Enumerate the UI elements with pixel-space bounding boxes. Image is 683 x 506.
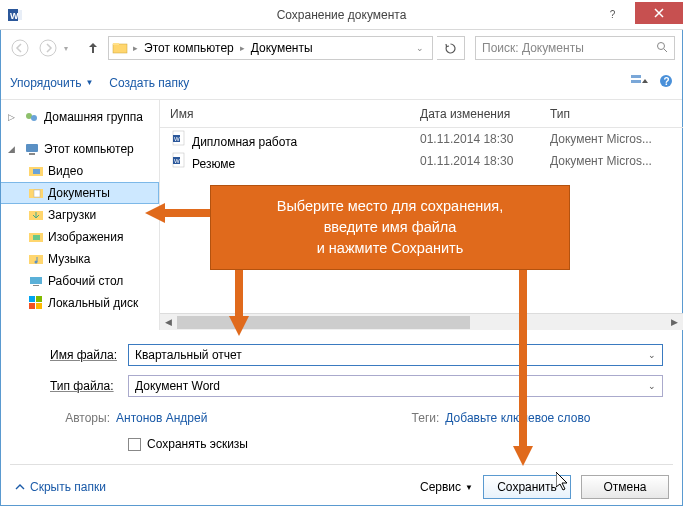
crumb-this-pc[interactable]: Этот компьютер [142, 41, 236, 55]
video-folder-icon [28, 163, 44, 179]
authors-value[interactable]: Антонов Андрей [116, 411, 207, 425]
authors-label: Авторы: [50, 411, 110, 425]
svg-point-3 [12, 40, 28, 56]
nav-bar: ▾ ▸ Этот компьютер ▸ Документы ⌄ Поиск: … [0, 30, 683, 66]
crumb-documents[interactable]: Документы [249, 41, 315, 55]
svg-rect-16 [29, 153, 35, 155]
col-header-name[interactable]: Имя [160, 107, 410, 121]
sidebar: ▷ Домашняя группа ◢ Этот компьютер Видео… [0, 100, 160, 330]
window-title: Сохранение документа [0, 8, 683, 22]
search-placeholder: Поиск: Документы [482, 41, 584, 55]
homegroup-icon [24, 109, 40, 125]
back-button[interactable] [8, 36, 32, 60]
svg-text:W: W [174, 158, 180, 164]
scroll-thumb[interactable] [177, 316, 470, 329]
tutorial-callout: Выберите место для сохранения, введите и… [210, 185, 570, 270]
recent-dropdown[interactable]: ▾ [64, 44, 78, 53]
word-doc-icon: W [170, 152, 188, 168]
svg-rect-10 [631, 80, 641, 83]
file-row[interactable]: WДипломная работа 01.11.2014 18:30 Докум… [160, 128, 683, 150]
svg-point-4 [40, 40, 56, 56]
title-bar: W Сохранение документа ? [0, 0, 683, 30]
save-thumbnail-checkbox[interactable] [128, 438, 141, 451]
toolbar: Упорядочить▼ Создать папку ? [0, 66, 683, 100]
svg-rect-30 [29, 303, 35, 309]
cancel-button[interactable]: Отмена [581, 475, 669, 499]
word-doc-icon: W [170, 130, 188, 146]
svg-rect-6 [113, 43, 119, 45]
sidebar-homegroup[interactable]: ▷ Домашняя группа [0, 106, 159, 128]
cursor-icon [556, 472, 570, 492]
scroll-left-icon[interactable]: ◀ [160, 314, 177, 331]
pictures-folder-icon [28, 229, 44, 245]
folder-icon [111, 40, 129, 56]
close-button[interactable] [635, 2, 683, 24]
svg-rect-20 [34, 190, 40, 197]
svg-point-7 [658, 42, 665, 49]
svg-text:W: W [10, 11, 19, 21]
view-icon[interactable] [631, 74, 649, 91]
chevron-down-icon[interactable]: ⌄ [648, 381, 656, 391]
scroll-right-icon[interactable]: ▶ [666, 314, 683, 331]
forward-button[interactable] [36, 36, 60, 60]
col-header-type[interactable]: Тип [540, 107, 683, 121]
sidebar-item-music[interactable]: Музыка [0, 248, 159, 270]
desktop-folder-icon [28, 273, 44, 289]
filename-input[interactable]: Квартальный отчет ⌄ [128, 344, 663, 366]
word-app-icon: W [0, 7, 30, 23]
help-icon[interactable]: ? [659, 74, 673, 91]
organize-menu[interactable]: Упорядочить▼ [10, 76, 93, 90]
disk-icon [28, 295, 44, 311]
svg-rect-23 [33, 235, 40, 240]
svg-rect-18 [33, 169, 40, 174]
breadcrumb[interactable]: ▸ Этот компьютер ▸ Документы ⌄ [108, 36, 433, 60]
file-row[interactable]: WРезюме 01.11.2014 18:30 Документ Micros… [160, 150, 683, 172]
save-thumbnail-label: Сохранять эскизы [147, 437, 248, 451]
tags-label: Теги: [399, 411, 439, 425]
svg-point-25 [35, 261, 38, 264]
svg-rect-29 [36, 296, 42, 302]
computer-icon [24, 141, 40, 157]
search-input[interactable]: Поиск: Документы [475, 36, 675, 60]
downloads-folder-icon [28, 207, 44, 223]
sidebar-item-desktop[interactable]: Рабочий стол [0, 270, 159, 292]
svg-text:W: W [174, 136, 180, 142]
file-list-header: Имя Дата изменения Тип [160, 100, 683, 128]
save-fields: Имя файла: Квартальный отчет ⌄ Тип файла… [0, 330, 683, 406]
svg-rect-27 [33, 285, 39, 286]
sidebar-item-downloads[interactable]: Загрузки [0, 204, 159, 226]
search-icon [656, 41, 668, 56]
help-button[interactable]: ? [590, 4, 635, 26]
svg-line-8 [664, 49, 667, 52]
sidebar-item-local-disk[interactable]: Локальный диск [0, 292, 159, 314]
svg-rect-28 [29, 296, 35, 302]
svg-rect-9 [631, 75, 641, 78]
breadcrumb-dropdown-icon[interactable]: ⌄ [410, 43, 430, 53]
col-header-date[interactable]: Дата изменения [410, 107, 540, 121]
sidebar-item-pictures[interactable]: Изображения [0, 226, 159, 248]
sidebar-item-video[interactable]: Видео [0, 160, 159, 182]
tags-value[interactable]: Добавьте ключевое слово [445, 411, 590, 425]
filetype-select[interactable]: Документ Word ⌄ [128, 375, 663, 397]
svg-rect-31 [36, 303, 42, 309]
filetype-label: Тип файла: [50, 379, 128, 393]
chevron-down-icon[interactable]: ⌄ [648, 350, 656, 360]
svg-text:?: ? [664, 76, 670, 87]
svg-point-14 [31, 115, 37, 121]
documents-folder-icon [28, 185, 44, 201]
svg-rect-15 [26, 144, 38, 152]
footer: Скрыть папки Сервис▼ Сохранить Отмена [0, 465, 683, 506]
service-menu[interactable]: Сервис▼ [420, 480, 473, 494]
svg-rect-2 [18, 10, 22, 20]
hide-folders-button[interactable]: Скрыть папки [14, 480, 106, 494]
sidebar-item-documents[interactable]: Документы [0, 182, 159, 204]
sidebar-this-pc[interactable]: ◢ Этот компьютер [0, 138, 159, 160]
refresh-button[interactable] [437, 36, 465, 60]
music-folder-icon [28, 251, 44, 267]
up-button[interactable] [82, 37, 104, 59]
svg-rect-5 [113, 44, 127, 53]
filename-label: Имя файла: [50, 348, 128, 362]
new-folder-button[interactable]: Создать папку [109, 76, 189, 90]
svg-rect-26 [30, 277, 42, 284]
